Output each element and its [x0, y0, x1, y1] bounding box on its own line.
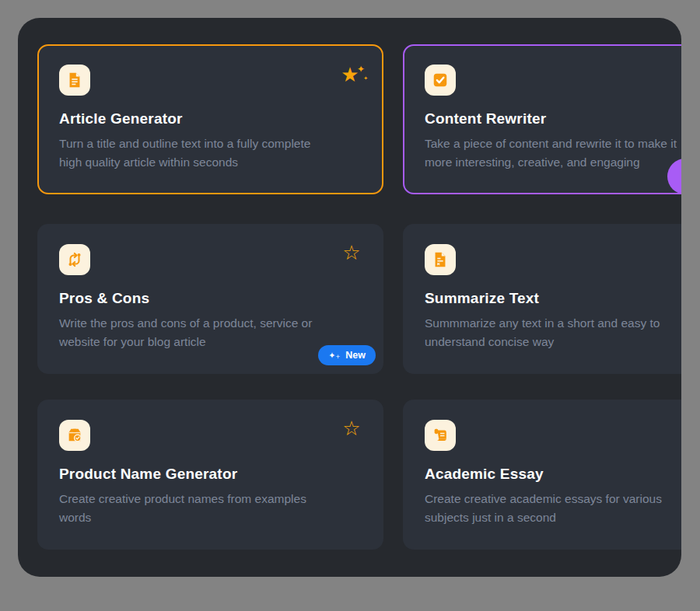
card-title: Summarize Text	[425, 290, 681, 307]
card-description: Summmarize any text in a short and easy …	[425, 314, 681, 351]
favorite-outline-star-icon[interactable]: ☆	[340, 417, 363, 440]
summarize-document-icon	[425, 244, 456, 275]
article-document-icon	[66, 72, 83, 89]
checkbox-icon	[432, 72, 449, 89]
card-title: Article Generator	[59, 110, 362, 127]
tool-card-product-name-generator[interactable]: ☆ Product Name Generator Create creative…	[37, 400, 383, 550]
product-box-icon	[66, 427, 83, 444]
tool-card-article-generator[interactable]: ★ ✦ ✦ Article Generator Turn a title and…	[37, 44, 383, 194]
favorite-outline-star-icon[interactable]: ☆	[340, 241, 363, 264]
tool-card-pros-and-cons[interactable]: ☆ Pros & Cons Write the pros and cons of…	[37, 224, 383, 374]
tool-card-summarize-text[interactable]: Summarize Text Summmarize any text in a …	[403, 224, 681, 374]
tools-grid-panel: ★ ✦ ✦ Article Generator Turn a title and…	[18, 18, 681, 577]
card-title: Content Rewriter	[425, 110, 681, 127]
summarize-document-icon	[432, 251, 449, 268]
favorite-filled-star-icon[interactable]: ★ ✦ ✦	[338, 63, 362, 86]
tool-card-academic-essay[interactable]: Academic Essay Create creative academic …	[403, 400, 681, 550]
card-title: Pros & Cons	[59, 290, 362, 307]
tool-card-content-rewriter[interactable]: Content Rewriter Take a piece of content…	[403, 44, 681, 194]
new-badge-label: New	[345, 350, 366, 361]
swap-arrows-icon	[59, 244, 90, 275]
sparkle-icon: ✦₊	[328, 351, 340, 360]
card-description: Take a piece of content and rewrite it t…	[425, 134, 681, 172]
checkbox-icon	[425, 65, 456, 96]
card-description: Write the pros and cons of a product, se…	[59, 314, 362, 351]
article-document-icon	[59, 65, 90, 96]
card-description: Create creative product names from examp…	[59, 490, 362, 527]
scroll-icon	[432, 427, 449, 444]
card-description: Create creative academic essays for vari…	[425, 490, 681, 527]
swap-arrows-icon	[66, 251, 83, 268]
sparkle-icon: ✦	[363, 68, 368, 89]
new-badge: ✦₊ New	[318, 345, 376, 365]
scroll-icon	[425, 420, 456, 451]
card-description: Turn a title and outline text into a ful…	[59, 134, 362, 172]
card-title: Academic Essay	[425, 466, 681, 483]
product-box-icon	[59, 420, 90, 451]
card-title: Product Name Generator	[59, 466, 362, 483]
